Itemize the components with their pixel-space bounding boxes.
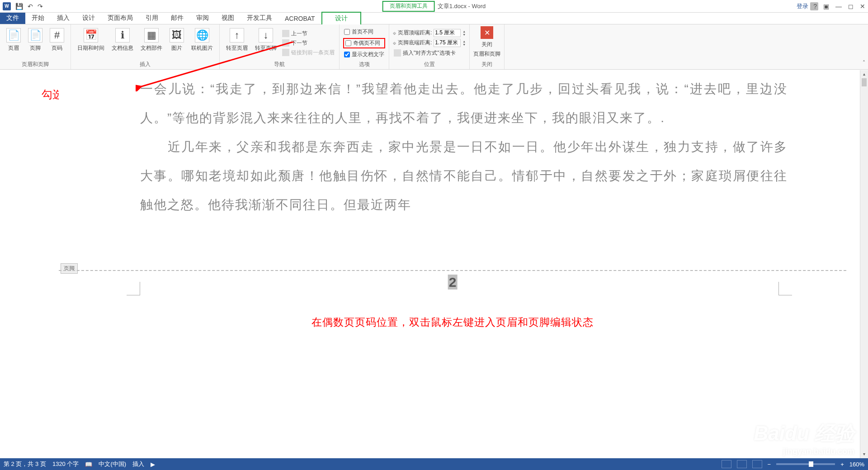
zoom-slider[interactable] [776, 463, 835, 465]
title-center: 页眉和页脚工具 文章1.docx - Word [382, 1, 486, 12]
view-read-mode-icon[interactable] [722, 460, 731, 468]
next-section-button[interactable]: 下一节 [281, 39, 335, 47]
header-button[interactable]: 📄页眉 [4, 26, 24, 60]
ribbon: 📄页眉 📄页脚 #页码 页眉和页脚 📅日期和时间 ℹ文档信息 ▦文档部件 🖼图片… [0, 24, 868, 70]
document-page[interactable]: 一会儿说：“我走了，到那边来信！”我望着他走出去。他走了几步，回过头看见我，说：… [59, 70, 846, 458]
word-icon: W [3, 2, 11, 10]
zoom-in-icon[interactable]: + [840, 461, 844, 468]
group-label: 关闭 [473, 60, 500, 68]
group-label: 位置 [393, 60, 466, 68]
group-label: 导航 [223, 60, 335, 68]
status-language[interactable]: 中文(中国) [99, 460, 126, 468]
footer-bottom-distance[interactable]: ⟐页脚底端距离:▲▼ [393, 39, 466, 47]
save-icon[interactable]: 💾 [15, 3, 23, 10]
close-x-icon: ✕ [481, 26, 493, 39]
scroll-thumb[interactable] [862, 78, 867, 86]
restore-icon[interactable]: ◻ [848, 3, 854, 10]
page-number[interactable]: 2 [448, 275, 458, 290]
link-previous-button: 链接到前一条页眉 [281, 48, 335, 57]
tab-page-layout[interactable]: 页面布局 [101, 12, 139, 24]
document-area: 勾选 一会儿说：“我走了，到那边来信！”我望着他走出去。他走了几步，回过头看见我… [0, 70, 860, 458]
crop-mark-left [127, 282, 140, 295]
page-number-button[interactable]: #页码 [47, 26, 67, 60]
zoom-level[interactable]: 160% [849, 461, 864, 468]
group-options: 首页不同 奇偶页不同 显示文档文字 选项 [340, 24, 389, 69]
status-insert-mode[interactable]: 插入 [132, 460, 144, 468]
close-icon[interactable]: ✕ [860, 3, 865, 10]
ribbon-tabs: 文件 开始 插入 设计 页面布局 引用 邮件 审阅 视图 开发工具 ACROBA… [0, 13, 868, 24]
status-word-count[interactable]: 1320 个字 [52, 460, 79, 468]
view-print-layout-icon[interactable] [737, 460, 747, 468]
document-body-text: 一会儿说：“我走了，到那边来信！”我望着他走出去。他走了几步，回过头看见我，说：… [140, 75, 788, 219]
show-document-text-checkbox[interactable]: 显示文档文字 [343, 50, 385, 59]
view-web-layout-icon[interactable] [752, 460, 762, 468]
header-top-distance[interactable]: ⟐页眉顶端距离:▲▼ [393, 29, 466, 37]
goto-header-button[interactable]: ↑转至页眉 [223, 26, 250, 60]
insert-alignment-tab-button[interactable]: 插入"对齐方式"选项卡 [393, 49, 466, 57]
collapse-ribbon-icon[interactable]: ˄ [863, 60, 865, 66]
annotation-instruction: 在偶数页页码位置，双击鼠标左键进入页眉和页脚编辑状态 [311, 315, 594, 329]
prev-section-button[interactable]: 上一节 [281, 29, 335, 38]
quick-access-toolbar: W 💾 ↶ ↷ [0, 2, 43, 10]
tab-file[interactable]: 文件 [0, 12, 25, 24]
group-insert: 📅日期和时间 ℹ文档信息 ▦文档部件 🖼图片 🌐联机图片 插入 [71, 24, 220, 69]
vertical-scrollbar[interactable]: ▴ ▾ [860, 70, 868, 458]
tab-acrobat[interactable]: ACROBAT [278, 13, 321, 24]
status-macro-icon[interactable]: ▶ [151, 461, 155, 468]
title-bar: W 💾 ↶ ↷ 页眉和页脚工具 文章1.docx - Word 登录 ? ▣ —… [0, 0, 868, 13]
contextual-tab-title: 页眉和页脚工具 [382, 1, 435, 12]
tab-home[interactable]: 开始 [25, 12, 51, 24]
status-bar: 第 2 页，共 3 页 1320 个字 📖 中文(中国) 插入 ▶ − + 16… [0, 458, 868, 470]
ribbon-options-icon[interactable]: ▣ [823, 3, 829, 10]
tab-design[interactable]: 设计 [76, 12, 101, 24]
group-navigation: ↑转至页眉 ↓转至页脚 上一节 下一节 链接到前一条页眉 导航 [220, 24, 340, 69]
document-title: 文章1.docx - Word [435, 2, 486, 10]
tab-developer[interactable]: 开发工具 [241, 12, 278, 24]
footer-button[interactable]: 📄页脚 [25, 26, 45, 60]
close-header-footer-button[interactable]: ✕ 关闭 页眉和页脚 [473, 26, 500, 60]
crop-mark-right [778, 282, 792, 295]
group-position: ⟐页眉顶端距离:▲▼ ⟐页脚底端距离:▲▼ 插入"对齐方式"选项卡 位置 [389, 24, 470, 69]
tab-mailings[interactable]: 邮件 [165, 12, 190, 24]
zoom-out-icon[interactable]: − [768, 461, 771, 468]
redo-icon[interactable]: ↷ [38, 3, 43, 10]
status-page[interactable]: 第 2 页，共 3 页 [4, 460, 46, 468]
datetime-button[interactable]: 📅日期和时间 [75, 26, 107, 60]
scroll-up-icon[interactable]: ▴ [860, 70, 868, 78]
tab-references[interactable]: 引用 [139, 12, 165, 24]
quickparts-button[interactable]: ▦文档部件 [138, 26, 165, 60]
online-picture-button[interactable]: 🌐联机图片 [189, 26, 216, 60]
help-icon[interactable]: ? [813, 3, 817, 10]
group-label: 页眉和页脚 [4, 60, 67, 68]
tab-review[interactable]: 审阅 [190, 12, 215, 24]
tab-insert[interactable]: 插入 [51, 12, 76, 24]
tab-hf-design[interactable]: 设计 [321, 12, 361, 24]
different-first-page-checkbox[interactable]: 首页不同 [343, 28, 385, 36]
tab-view[interactable]: 视图 [215, 12, 241, 24]
scroll-down-icon[interactable]: ▾ [860, 450, 868, 458]
undo-icon[interactable]: ↶ [28, 3, 33, 10]
window-controls: ? ▣ — ◻ ✕ [813, 3, 865, 10]
goto-footer-button[interactable]: ↓转至页脚 [252, 26, 279, 60]
group-label: 选项 [343, 60, 385, 68]
group-close: ✕ 关闭 页眉和页脚 关闭 [470, 24, 505, 69]
docinfo-button[interactable]: ℹ文档信息 [109, 26, 136, 60]
group-header-footer: 📄页眉 📄页脚 #页码 页眉和页脚 [0, 24, 71, 69]
group-label: 插入 [75, 60, 216, 68]
different-odd-even-checkbox[interactable]: 奇偶页不同 [343, 38, 385, 48]
footer-boundary-line [59, 270, 846, 271]
picture-button[interactable]: 🖼图片 [167, 26, 187, 60]
footer-tag: 页脚 [61, 263, 78, 274]
status-proofing-icon[interactable]: 📖 [85, 461, 92, 468]
minimize-icon[interactable]: — [835, 3, 842, 10]
